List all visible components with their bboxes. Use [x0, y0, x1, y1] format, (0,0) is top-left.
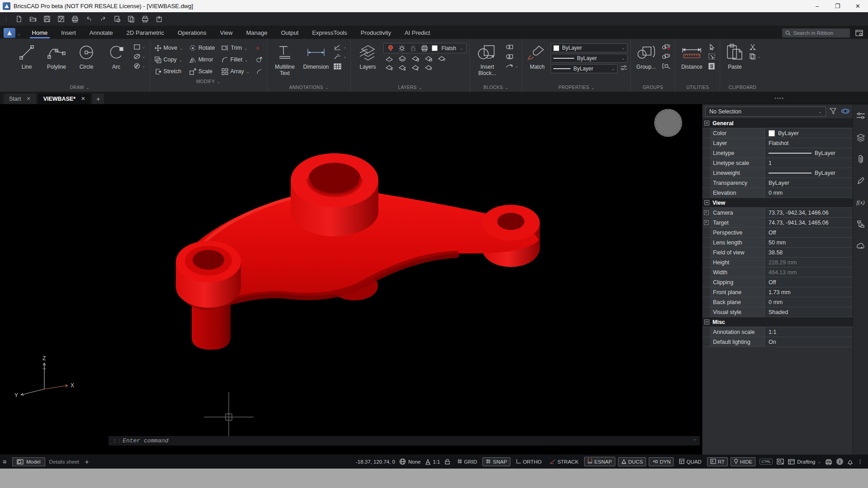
- model-viewport[interactable]: Z X Y ⋮ : Enter command ⌃: [0, 104, 702, 455]
- layer-color-swatch[interactable]: [432, 45, 438, 51]
- properties-footer-label[interactable]: PROPERTIES: [558, 85, 589, 90]
- layer-sun-icon[interactable]: [398, 44, 406, 52]
- ribbon-config-icon[interactable]: [854, 28, 864, 38]
- layers-button[interactable]: Layers: [354, 41, 382, 70]
- property-value[interactable]: 1:1: [765, 327, 853, 337]
- property-value[interactable]: 464.13 mm: [765, 267, 853, 277]
- properties-strip-icon[interactable]: [856, 111, 866, 121]
- ribbon-tab-insert[interactable]: Insert: [54, 26, 83, 39]
- command-line[interactable]: ⋮ : Enter command ⌃: [108, 436, 700, 446]
- ribbon-tab-operations[interactable]: Operations: [171, 26, 213, 39]
- groups-footer-label[interactable]: GROUPS: [642, 85, 663, 90]
- property-value[interactable]: 1.73 mm: [765, 287, 853, 297]
- annotations-footer-label[interactable]: ANNOTATIONS: [289, 85, 323, 90]
- section-header-view[interactable]: −View: [703, 198, 853, 208]
- copy-icon[interactable]: [127, 15, 135, 23]
- move-button[interactable]: Move: [153, 44, 185, 52]
- notification-bell-icon[interactable]: [847, 459, 853, 465]
- lineweight-combo[interactable]: ByLayer ⌄: [551, 54, 627, 63]
- dim-leader-button[interactable]: [332, 53, 348, 60]
- toggle-quad[interactable]: QUAD: [676, 458, 704, 466]
- layer-new-icon[interactable]: [385, 55, 393, 62]
- toggle-hide[interactable]: HIDE: [731, 457, 755, 466]
- annotate-pen-icon[interactable]: [856, 176, 866, 186]
- layer-unlock-icon[interactable]: [425, 64, 432, 71]
- close-tab-icon[interactable]: ✕: [81, 96, 85, 102]
- property-value[interactable]: 0 mm: [765, 188, 853, 197]
- select-window-button[interactable]: [707, 53, 717, 60]
- linetype-combo[interactable]: ByLayer ⌄: [551, 64, 618, 73]
- structure-tree-icon[interactable]: [856, 219, 866, 229]
- parametric-fx-icon[interactable]: f(x): [856, 197, 866, 207]
- maximize-button[interactable]: ❐: [827, 0, 848, 12]
- ribbon-tab-home[interactable]: Home: [25, 26, 55, 39]
- section-header-general[interactable]: −General: [703, 118, 853, 128]
- ribbon-tab-2d-parametric[interactable]: 2D Parametric: [120, 26, 171, 39]
- status-overflow-menu[interactable]: ⋮: [857, 458, 863, 465]
- fillet-button[interactable]: Fillet: [220, 56, 251, 64]
- draw-footer-label[interactable]: DRAW: [70, 85, 84, 90]
- property-value[interactable]: Off: [765, 228, 853, 237]
- rectangle-button[interactable]: [132, 43, 147, 51]
- command-history-chevron[interactable]: ⌃: [693, 439, 696, 443]
- save-as-icon[interactable]: [57, 15, 65, 23]
- toggle-rt[interactable]: RT: [707, 457, 728, 466]
- expand-icon[interactable]: +: [704, 220, 709, 225]
- block-tools-button[interactable]: [504, 62, 520, 70]
- 3d-model-red-bracket[interactable]: Z X Y: [0, 104, 702, 455]
- rotate-button[interactable]: Rotate: [188, 44, 217, 52]
- print-icon[interactable]: [71, 15, 79, 23]
- property-value[interactable]: 38.58: [765, 248, 853, 257]
- remove-from-group-button[interactable]: [660, 53, 672, 60]
- collapse-icon[interactable]: −: [704, 319, 709, 324]
- ribbon-tab-annotate[interactable]: Annotate: [83, 26, 120, 39]
- property-value[interactable]: ByLayer: [765, 148, 853, 158]
- clipboard-footer-label[interactable]: CLIPBOARD: [729, 85, 756, 90]
- panel-drag-handle[interactable]: ••••: [774, 96, 784, 101]
- dim-aligned-button[interactable]: [332, 43, 348, 51]
- layers-strip-icon[interactable]: [856, 132, 866, 142]
- toggle-esnap[interactable]: ESNAP: [584, 457, 615, 466]
- modify-footer-label[interactable]: MODIFY: [196, 79, 215, 84]
- layer-on-icon[interactable]: [387, 44, 394, 52]
- selection-dropdown[interactable]: No Selection ⌄: [705, 107, 826, 117]
- eye-icon[interactable]: [841, 108, 850, 116]
- distance-button[interactable]: Distance: [678, 41, 705, 70]
- add-to-group-button[interactable]: [660, 43, 672, 51]
- model-tab[interactable]: Model: [12, 457, 45, 466]
- collapse-icon[interactable]: −: [704, 200, 709, 205]
- layer-combo-chevron[interactable]: ⌄: [460, 46, 463, 51]
- paste-button[interactable]: Paste: [723, 41, 746, 70]
- property-value[interactable]: 228.29 mm: [765, 258, 853, 267]
- workspace-switcher[interactable]: Drafting ⌄: [788, 459, 821, 465]
- ribbon-tab-output[interactable]: Output: [274, 26, 305, 39]
- layer-print-icon[interactable]: [420, 44, 428, 52]
- mirror-button[interactable]: Mirror: [188, 56, 217, 64]
- filter-icon[interactable]: [830, 108, 837, 116]
- toggle-ortho[interactable]: ORTHO: [513, 458, 544, 466]
- publish-icon[interactable]: [113, 15, 121, 23]
- expand-icon[interactable]: +: [704, 210, 709, 215]
- open-folder-icon[interactable]: [29, 15, 37, 23]
- array-button[interactable]: Array: [220, 67, 251, 76]
- undo-icon[interactable]: [85, 15, 93, 23]
- layer-lock2-icon[interactable]: [425, 55, 432, 62]
- copy-clip-button[interactable]: [748, 53, 762, 60]
- polyline-button[interactable]: Polyline: [42, 41, 71, 70]
- property-value[interactable]: ByLayer: [765, 168, 853, 178]
- geolocation-item[interactable]: None: [399, 458, 421, 465]
- minimize-button[interactable]: –: [807, 0, 827, 12]
- match-properties-button[interactable]: Match: [525, 41, 549, 70]
- ribbon-tab-ai-predict[interactable]: AI Predict: [398, 26, 437, 39]
- new-tab-button[interactable]: +: [92, 94, 104, 104]
- ribbon-search[interactable]: Search in Ribbon: [782, 28, 850, 38]
- property-value[interactable]: ByLayer: [765, 128, 853, 138]
- add-layout-button[interactable]: +: [85, 458, 89, 465]
- save-icon[interactable]: [43, 15, 51, 23]
- annotation-scale-item[interactable]: 1:1: [425, 459, 440, 465]
- properties-settings-icon[interactable]: [620, 65, 627, 73]
- insert-block-button[interactable]: Insert Block...: [472, 41, 502, 76]
- circle-button[interactable]: Circle: [72, 41, 100, 70]
- layer-iso-icon[interactable]: [385, 64, 393, 71]
- color-combo[interactable]: ByLayer ⌄: [551, 43, 627, 52]
